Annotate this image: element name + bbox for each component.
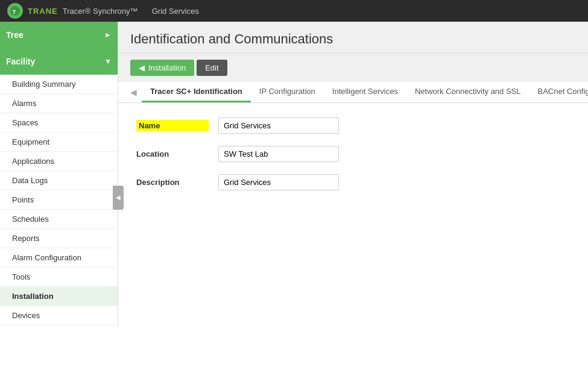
sidebar-tree-label: Tree: [6, 30, 24, 40]
tab-bacnet-configuration[interactable]: BACnet Configuration: [530, 82, 588, 102]
sidebar-item-building-summary[interactable]: Building Summary: [0, 75, 118, 94]
tabs-bar: ◀ Tracer SC+ Identification IP Configura…: [118, 82, 588, 103]
toolbar: ◀ Installation Edit: [118, 54, 588, 82]
sidebar-item-devices[interactable]: Devices: [0, 306, 118, 325]
installation-button[interactable]: ◀ Installation: [130, 60, 194, 76]
sidebar-item-points[interactable]: Points: [0, 190, 118, 210]
description-row: Description: [136, 174, 570, 190]
page-title: Identification and Communications: [130, 31, 576, 47]
description-input[interactable]: [218, 174, 339, 190]
edit-button-label: Edit: [205, 63, 218, 72]
installation-button-label: Installation: [148, 63, 186, 72]
name-row: Name: [136, 118, 570, 134]
tabs-back-icon[interactable]: ◀: [130, 87, 137, 97]
form-area: Name Location Description: [118, 103, 588, 373]
sidebar-item-applications[interactable]: Applications: [0, 152, 118, 171]
brand-name: TRANE: [28, 7, 58, 16]
top-bar: T TRANE Tracer® Synchrony™ Grid Services: [0, 0, 588, 22]
sidebar-item-equipment[interactable]: Equipment: [0, 133, 118, 152]
location-label: Location: [136, 149, 209, 158]
tab-tracer-identification[interactable]: Tracer SC+ Identification: [142, 82, 251, 102]
sidebar-item-tools[interactable]: Tools: [0, 268, 118, 287]
content-area: Identification and Communications ◀ Inst…: [118, 22, 588, 373]
sidebar-item-alarms[interactable]: Alarms: [0, 94, 118, 113]
tab-intelligent-services[interactable]: Intelligent Services: [324, 82, 406, 102]
tree-expand-icon: ►: [104, 31, 112, 39]
app-title: Tracer® Synchrony™: [63, 7, 138, 16]
location-row: Location: [136, 146, 570, 162]
description-label: Description: [136, 178, 209, 187]
back-arrow-icon: ◀: [139, 63, 145, 72]
sidebar-item-schedules[interactable]: Schedules: [0, 210, 118, 229]
location-input[interactable]: [218, 146, 339, 162]
name-input[interactable]: [218, 118, 339, 134]
facility-collapse-icon: ▼: [104, 57, 112, 66]
sidebar: Tree ► Facility ▼ Building Summary Alarm…: [0, 22, 118, 325]
tab-network-connectivity[interactable]: Network Connectivity and SSL: [406, 82, 530, 102]
tab-ip-configuration[interactable]: IP Configuration: [251, 82, 324, 102]
sidebar-item-reports[interactable]: Reports: [0, 229, 118, 248]
content-header: Identification and Communications: [118, 22, 588, 54]
sidebar-item-alarm-configuration[interactable]: Alarm Configuration: [0, 248, 118, 268]
sidebar-facility-label: Facility: [6, 57, 35, 66]
sidebar-tree-header[interactable]: Tree ►: [0, 22, 118, 48]
breadcrumb: Grid Services: [152, 7, 199, 16]
svg-text:T: T: [13, 8, 16, 15]
sidebar-facility-header[interactable]: Facility ▼: [0, 48, 118, 75]
sidebar-collapse-handle[interactable]: ◀: [113, 186, 124, 210]
sidebar-item-installation[interactable]: Installation: [0, 287, 118, 306]
edit-button[interactable]: Edit: [197, 60, 227, 76]
name-label: Name: [136, 120, 209, 131]
breadcrumb-separator: [142, 7, 147, 16]
sidebar-item-data-logs[interactable]: Data Logs: [0, 171, 118, 190]
trane-logo: T: [7, 3, 23, 19]
sidebar-item-spaces[interactable]: Spaces: [0, 113, 118, 133]
